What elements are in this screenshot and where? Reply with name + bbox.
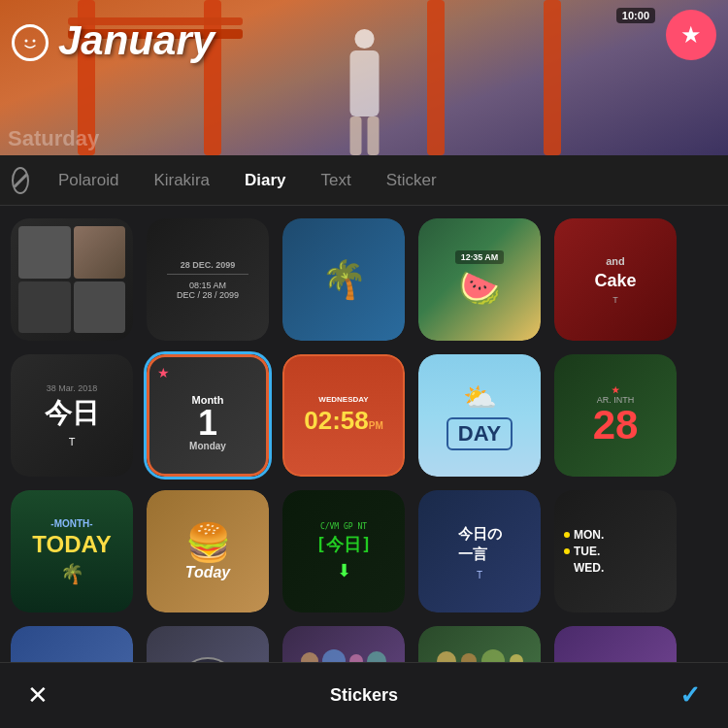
january-text: January (58, 17, 215, 64)
cancel-button[interactable]: ✕ (27, 680, 49, 711)
sticker-month-monday[interactable]: ★ Month 1 Monday (144, 351, 272, 480)
sticker-28-red[interactable]: ★ AR. INTH 28 (551, 351, 679, 480)
tab-none[interactable] (12, 167, 29, 194)
sticker-and-cake[interactable]: and Cake T (551, 215, 679, 344)
sticker-mon-tue-wed[interactable]: MON. TUE. WED. (551, 487, 679, 615)
sticker-blue-scene[interactable]: 🏊 (8, 623, 136, 662)
sticker-day-clouds[interactable]: ⛅ DAY (415, 351, 544, 480)
svg-point-2 (179, 658, 237, 662)
bottom-bar: ✕ Stickers ✓ (0, 662, 728, 728)
sticker-today-burger[interactable]: 🍔 Today (144, 487, 272, 615)
sticker-row-4: 🏊 (8, 623, 720, 662)
sticker-kyou-date[interactable]: 38 Mar. 2018 今日 T (8, 351, 136, 480)
sticker-bokeh[interactable] (280, 623, 408, 662)
time-badge: 10:00 (616, 8, 655, 23)
confirm-button[interactable]: ✓ (679, 680, 701, 711)
sticker-watermelon[interactable]: 12·35 AM 🍉 (415, 215, 544, 344)
tab-diary[interactable]: Diary (227, 155, 304, 205)
sticker-row-2: 38 Mar. 2018 今日 T ★ Month 1 Monday WEDNE… (8, 351, 720, 480)
photo-area: Saturday January 10:00 ★ (0, 0, 728, 155)
sticker-grid-photo[interactable] (8, 215, 136, 344)
sticker-area: 28 DEC. 2099 08:15 AM DEC / 28 / 2099 🌴 … (0, 206, 728, 662)
tab-text[interactable]: Text (304, 155, 369, 205)
smiley-icon (12, 24, 49, 61)
saturday-watermark: Saturday (8, 126, 99, 151)
tab-polaroid[interactable]: Polaroid (41, 155, 136, 205)
category-tabs: Polaroid Kirakira Diary Text Sticker (0, 155, 728, 206)
sticker-row-1: 28 DEC. 2099 08:15 AM DEC / 28 / 2099 🌴 … (8, 215, 720, 344)
sticker-time-purple[interactable]: 10:00 (551, 623, 679, 662)
sticker-palm[interactable]: 🌴 (280, 215, 408, 344)
sticker-kyou-retro[interactable]: C/VM GP NT [今日] ⬇ (280, 487, 408, 615)
sticker-analog-clock[interactable] (144, 623, 272, 662)
sticker-row-3: -MONTH- TODAY 🌴 🍔 Today C/VM GP NT [今日] … (8, 487, 720, 615)
star-badge[interactable]: ★ (666, 10, 716, 60)
bottom-title: Stickers (330, 685, 398, 706)
sticker-kyou-kotoba[interactable]: 今日の一言 T (415, 487, 544, 615)
sticker-bokeh2[interactable] (415, 623, 544, 662)
tab-sticker[interactable]: Sticker (369, 155, 454, 205)
sticker-today-tropical[interactable]: -MONTH- TODAY 🌴 (8, 487, 136, 615)
sticker-date-dec[interactable]: 28 DEC. 2099 08:15 AM DEC / 28 / 2099 (144, 215, 272, 344)
tab-kirakira[interactable]: Kirakira (136, 155, 227, 205)
sticker-wednesday[interactable]: WEDNESDAY 02:58PM (280, 351, 408, 480)
svg-point-0 (25, 40, 28, 43)
svg-point-1 (33, 40, 36, 43)
